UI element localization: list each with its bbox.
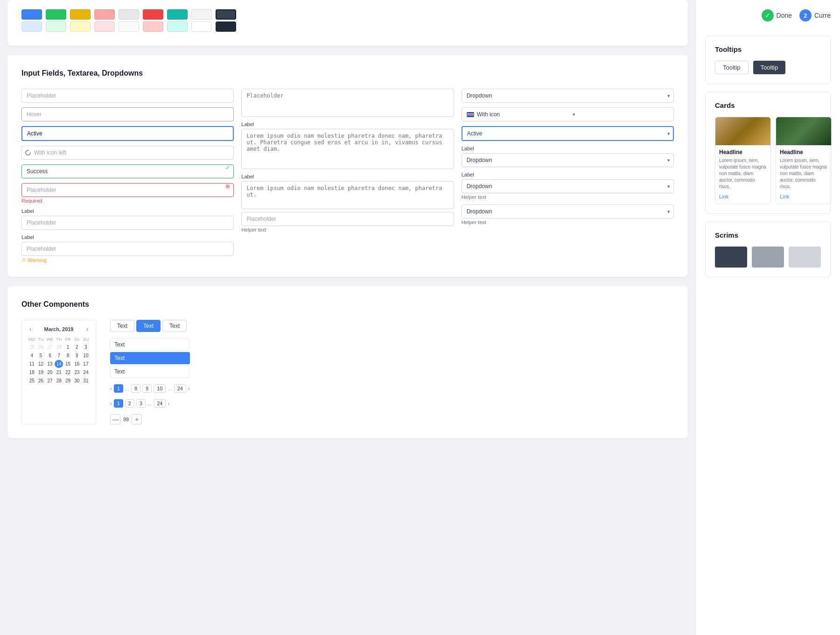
page-btn-24[interactable]: 24 xyxy=(174,384,186,393)
cal-day[interactable]: 25 xyxy=(28,343,36,351)
cal-day[interactable]: 3 xyxy=(82,343,90,351)
list-item-3[interactable]: Text xyxy=(110,366,190,378)
cal-day[interactable]: 10 xyxy=(82,352,90,360)
cal-day[interactable]: 15 xyxy=(63,360,72,368)
page2-btn-24[interactable]: 24 xyxy=(154,399,166,408)
cal-day[interactable]: 27 xyxy=(46,377,55,385)
card-link-1[interactable]: Link xyxy=(719,194,728,199)
dropdown-labeled-select-1[interactable]: Dropdown xyxy=(462,153,674,167)
swatch-gray-lighter[interactable] xyxy=(119,21,139,32)
cal-day[interactable]: 25 xyxy=(28,377,36,385)
input-error[interactable] xyxy=(21,183,234,197)
cal-day[interactable]: 1 xyxy=(63,343,72,351)
tooltip-filled-button[interactable]: Tooltip xyxy=(753,61,786,74)
calendar-next-button[interactable]: › xyxy=(84,326,90,332)
cal-day[interactable]: 18 xyxy=(28,368,36,376)
cal-day[interactable]: 5 xyxy=(37,352,45,360)
pagination-prev-icon[interactable]: ‹ xyxy=(110,386,112,391)
cal-day[interactable]: 26 xyxy=(37,343,45,351)
cal-day[interactable]: 22 xyxy=(63,368,72,376)
dropdown-plain[interactable]: Dropdown xyxy=(462,205,674,219)
card-link-2[interactable]: Link xyxy=(780,194,789,199)
cal-day[interactable]: 26 xyxy=(37,377,45,385)
swatch-red-light[interactable] xyxy=(94,9,115,20)
input-warning[interactable] xyxy=(21,242,234,256)
list-item-1[interactable]: Text xyxy=(110,339,190,351)
swatch-gray-light[interactable] xyxy=(119,9,139,20)
cal-day[interactable]: 20 xyxy=(46,368,55,376)
input-success[interactable] xyxy=(21,164,234,178)
tooltip-outline-button[interactable]: Tooltip xyxy=(715,61,749,74)
cal-day[interactable]: 31 xyxy=(82,377,90,385)
cal-day[interactable]: 27 xyxy=(46,343,55,351)
cal-day[interactable]: 8 xyxy=(63,352,72,360)
swatch-teal[interactable] xyxy=(167,9,188,20)
cal-day[interactable]: 11 xyxy=(28,360,36,368)
swatch-light[interactable] xyxy=(191,9,212,20)
swatch-green-lighter[interactable] xyxy=(46,21,66,32)
cal-day[interactable]: 13 xyxy=(46,360,55,368)
page-btn-9[interactable]: 9 xyxy=(142,384,152,393)
card-image-desert xyxy=(715,117,770,145)
cal-day-selected[interactable]: 14 xyxy=(55,360,63,368)
cal-day[interactable]: 12 xyxy=(37,360,45,368)
cal-day[interactable]: 29 xyxy=(63,377,72,385)
cal-day[interactable]: 23 xyxy=(73,368,81,376)
page-btn-10[interactable]: 10 xyxy=(154,384,166,393)
swatch-dark-selected[interactable] xyxy=(216,9,236,20)
cal-day[interactable]: 2 xyxy=(73,343,81,351)
page2-btn-2[interactable]: 2 xyxy=(125,399,134,408)
pagination-next-icon[interactable]: › xyxy=(188,386,190,391)
page2-btn-1[interactable]: 1 xyxy=(114,399,123,408)
input-icon-left[interactable] xyxy=(21,146,234,160)
swatch-yellow[interactable] xyxy=(70,9,91,20)
stepper-decrement-button[interactable]: — xyxy=(110,414,120,424)
textarea-labeled-2[interactable]: Lorem ipsum odio nam molestie pharetra d… xyxy=(241,181,454,209)
swatch-group-dark xyxy=(216,9,236,32)
swatch-white[interactable] xyxy=(191,21,212,32)
stepper-increment-button[interactable]: + xyxy=(132,414,142,424)
textarea-default[interactable] xyxy=(241,89,454,117)
cal-day[interactable]: 7 xyxy=(55,352,63,360)
list-item-2-selected[interactable]: Text xyxy=(110,352,190,364)
textarea-sub-input[interactable] xyxy=(241,212,454,226)
swatch-darker[interactable] xyxy=(216,21,236,32)
input-hover[interactable] xyxy=(21,107,234,121)
swatch-blue-lighter[interactable] xyxy=(21,21,42,32)
cal-day[interactable]: 24 xyxy=(82,368,90,376)
input-placeholder[interactable] xyxy=(21,89,234,103)
calendar-prev-button[interactable]: ‹ xyxy=(28,326,33,332)
cal-day[interactable]: 16 xyxy=(73,360,81,368)
pagination2-next-icon[interactable]: › xyxy=(168,401,169,406)
cal-day[interactable]: 9 xyxy=(73,352,81,360)
pagination2-prev-icon[interactable]: ‹ xyxy=(110,401,112,406)
input-labeled[interactable] xyxy=(21,216,234,230)
swatch-red-lighter[interactable] xyxy=(94,21,115,32)
tab-text-1[interactable]: Text xyxy=(110,320,134,332)
cal-day[interactable]: 4 xyxy=(28,352,36,360)
input-active[interactable] xyxy=(21,126,234,141)
cal-day[interactable]: 17 xyxy=(82,360,90,368)
cal-day[interactable]: 28 xyxy=(55,343,63,351)
page-btn-1[interactable]: 1 xyxy=(114,384,123,393)
dropdown-labeled-select-2[interactable]: Dropdown xyxy=(462,179,674,193)
tab-text-2[interactable]: Text xyxy=(136,320,161,332)
page-btn-8[interactable]: 8 xyxy=(131,384,140,393)
swatch-yellow-lighter[interactable] xyxy=(70,21,91,32)
tab-text-3[interactable]: Text xyxy=(162,320,187,332)
swatch-teal-lighter[interactable] xyxy=(167,21,188,32)
page2-btn-3[interactable]: 3 xyxy=(136,399,146,408)
cal-day[interactable]: 28 xyxy=(55,377,63,385)
textarea-labeled-1[interactable]: Lorem ipsum odio nam molestie pharetra d… xyxy=(241,129,454,169)
dropdown-default[interactable]: Dropdown xyxy=(462,89,674,103)
swatch-red-pale[interactable] xyxy=(143,21,163,32)
cal-day[interactable]: 30 xyxy=(73,377,81,385)
swatch-blue-light[interactable] xyxy=(21,9,42,20)
cal-day[interactable]: 6 xyxy=(46,352,55,360)
dropdown-active[interactable]: Active xyxy=(462,126,674,141)
dropdown-with-icon[interactable]: With icon ▾ xyxy=(462,107,674,121)
cal-day[interactable]: 19 xyxy=(37,368,45,376)
swatch-red[interactable] xyxy=(143,9,163,20)
cal-day[interactable]: 21 xyxy=(55,368,63,376)
swatch-green[interactable] xyxy=(46,9,66,20)
